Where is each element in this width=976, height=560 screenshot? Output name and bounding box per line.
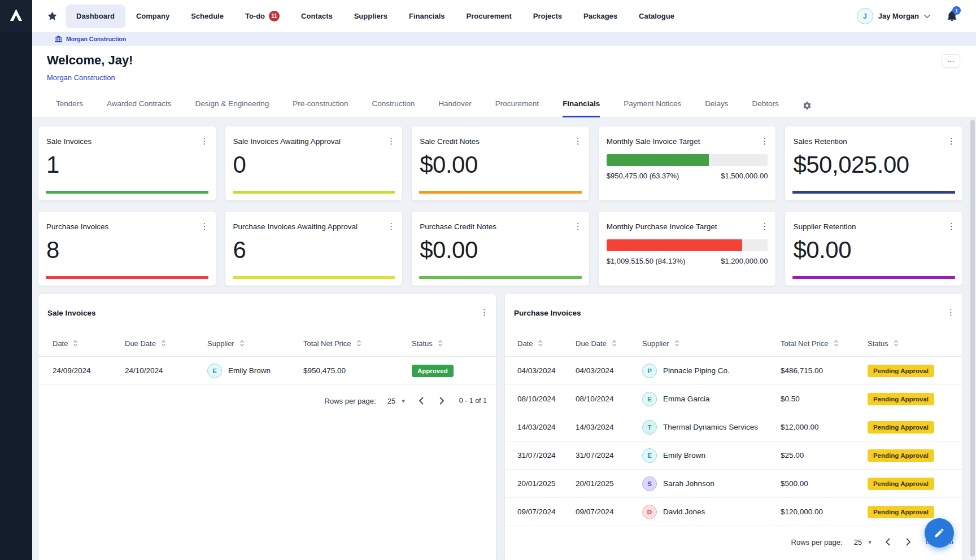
kebab-menu-icon[interactable]: ⋮ bbox=[760, 222, 769, 231]
rows-per-page-select[interactable]: 25 ▾ bbox=[387, 397, 405, 405]
column-header-supplier[interactable]: Supplier bbox=[207, 339, 303, 348]
status-badge: Pending Approval bbox=[868, 478, 934, 490]
column-header-supplier[interactable]: Supplier bbox=[642, 339, 781, 348]
table-row[interactable]: 31/07/2024 31/07/2024 E Emily Brown $25.… bbox=[505, 441, 962, 470]
nav-item-packages[interactable]: Packages bbox=[573, 5, 628, 28]
progress-target-label: $1,500,000.00 bbox=[721, 172, 768, 180]
prev-page-button[interactable] bbox=[883, 536, 892, 548]
tab-construction[interactable]: Construction bbox=[372, 99, 415, 117]
nav-item-contacts[interactable]: Contacts bbox=[290, 5, 343, 28]
favorites-star-icon[interactable] bbox=[47, 11, 58, 21]
create-fab-button[interactable] bbox=[925, 518, 954, 548]
tab-design-engineering[interactable]: Design & Engineering bbox=[195, 99, 269, 117]
column-header-status[interactable]: Status bbox=[412, 339, 487, 348]
nav-item-schedule[interactable]: Schedule bbox=[180, 5, 234, 28]
table-row[interactable]: 24/09/2024 24/10/2024 E Emily Brown $950… bbox=[38, 357, 496, 385]
cell-date: 04/03/2024 bbox=[517, 366, 576, 375]
breadcrumb: Morgan Construction bbox=[32, 32, 976, 46]
kebab-menu-icon[interactable]: ⋮ bbox=[387, 222, 395, 231]
kebab-menu-icon[interactable]: ⋮ bbox=[947, 308, 955, 317]
tab-financials[interactable]: Financials bbox=[563, 99, 600, 117]
cell-due-date: 14/03/2024 bbox=[576, 423, 642, 431]
cell-due-date: 24/10/2024 bbox=[125, 366, 207, 375]
column-header-date[interactable]: Date bbox=[517, 339, 576, 348]
next-page-button[interactable] bbox=[437, 395, 447, 407]
tab-debtors[interactable]: Debtors bbox=[752, 99, 778, 117]
table-row[interactable]: 20/01/2025 20/01/2025 S Sarah Johnson $5… bbox=[505, 470, 962, 498]
tab-tenders[interactable]: Tenders bbox=[56, 99, 83, 117]
kpi-card-sale-invoices: Sale Invoices⋮ 1 bbox=[38, 126, 216, 200]
tab-delays[interactable]: Delays bbox=[705, 99, 728, 117]
status-badge: Pending Approval bbox=[868, 449, 934, 462]
pencil-icon bbox=[934, 527, 945, 539]
nav-item-procurement[interactable]: Procurement bbox=[456, 5, 522, 28]
kpi-grid: Sale Invoices⋮ 1 Sale Invoices Awaiting … bbox=[38, 126, 962, 286]
column-header-due-date[interactable]: Due Date bbox=[576, 339, 642, 348]
nav-item-todo[interactable]: To-do 11 bbox=[234, 5, 290, 28]
kebab-menu-icon[interactable]: ⋮ bbox=[387, 137, 395, 146]
cell-date: 09/07/2024 bbox=[517, 508, 576, 516]
cell-total-net-price: $950,475.00 bbox=[303, 366, 412, 375]
rows-per-page-select[interactable]: 25 ▾ bbox=[854, 538, 872, 546]
column-header-total-net-price[interactable]: Total Net Price bbox=[781, 339, 868, 348]
kpi-title: Purchase Credit Notes bbox=[420, 222, 496, 231]
cell-due-date: 04/03/2024 bbox=[576, 366, 642, 375]
table-row[interactable]: 08/10/2024 08/10/2024 E Emma Garcia $0.5… bbox=[505, 385, 962, 413]
nav-item-catalogue[interactable]: Catalogue bbox=[628, 5, 685, 28]
column-header-date[interactable]: Date bbox=[53, 339, 125, 348]
supplier-name: Sarah Johnson bbox=[663, 479, 714, 488]
tab-pre-construction[interactable]: Pre-construction bbox=[293, 99, 348, 117]
tab-awarded-contracts[interactable]: Awarded Contracts bbox=[107, 99, 172, 117]
table-row[interactable]: 04/03/2024 04/03/2024 P Pinnacle Piping … bbox=[505, 357, 962, 385]
page-scrollbar[interactable] bbox=[970, 120, 975, 557]
next-page-button[interactable] bbox=[904, 536, 913, 548]
tab-procurement[interactable]: Procurement bbox=[495, 99, 539, 117]
kebab-menu-icon[interactable]: ⋮ bbox=[947, 222, 956, 231]
sort-icon bbox=[239, 339, 245, 347]
sidebar bbox=[0, 0, 32, 560]
cell-supplier: E Emily Brown bbox=[207, 364, 303, 378]
kpi-value: 8 bbox=[46, 238, 208, 262]
notification-count-badge: 1 bbox=[952, 6, 961, 15]
progress-current-label: $1,009,515.50 (84.13%) bbox=[607, 257, 686, 265]
user-menu[interactable]: J Jay Morgan bbox=[857, 8, 930, 24]
purchase-invoices-table-card: Purchase Invoices ⋮ Date Due Date Suppli… bbox=[505, 294, 962, 560]
status-badge: Pending Approval bbox=[868, 365, 934, 377]
nav-item-suppliers[interactable]: Suppliers bbox=[343, 5, 398, 28]
column-header-status[interactable]: Status bbox=[868, 339, 953, 348]
header-more-button[interactable]: ⋯ bbox=[942, 54, 960, 68]
table-row[interactable]: 14/03/2024 14/03/2024 T Thermal Dynamics… bbox=[505, 413, 962, 441]
sale-invoices-table-card: Sale Invoices ⋮ Date Due Date Supplier T… bbox=[38, 294, 496, 560]
nav-item-financials[interactable]: Financials bbox=[398, 5, 456, 28]
table-row[interactable]: 09/07/2024 09/07/2024 D David Jones $120… bbox=[505, 498, 962, 526]
nav-item-projects[interactable]: Projects bbox=[522, 5, 573, 28]
tabs-settings-gear-icon[interactable] bbox=[803, 101, 812, 117]
company-link[interactable]: Morgan Construction bbox=[47, 73, 115, 82]
progress-fill bbox=[607, 154, 709, 166]
caret-down-icon: ▾ bbox=[868, 539, 872, 546]
kpi-accent-bar bbox=[792, 191, 955, 194]
column-header-due-date[interactable]: Due Date bbox=[125, 339, 207, 348]
pagination-range: 0 - 1 of 1 bbox=[459, 397, 487, 405]
status-badge: Approved bbox=[412, 365, 454, 377]
kebab-menu-icon[interactable]: ⋮ bbox=[574, 222, 582, 231]
kpi-accent-bar bbox=[419, 276, 582, 279]
kebab-menu-icon[interactable]: ⋮ bbox=[201, 222, 209, 231]
app-logo[interactable] bbox=[0, 0, 32, 32]
column-header-total-net-price[interactable]: Total Net Price bbox=[303, 339, 412, 348]
tab-handover[interactable]: Handover bbox=[438, 99, 472, 117]
kebab-menu-icon[interactable]: ⋮ bbox=[947, 137, 956, 146]
column-label: Total Net Price bbox=[781, 339, 829, 348]
kebab-menu-icon[interactable]: ⋮ bbox=[480, 308, 489, 317]
kebab-menu-icon[interactable]: ⋮ bbox=[201, 137, 209, 146]
kebab-menu-icon[interactable]: ⋮ bbox=[574, 137, 582, 146]
nav-item-company[interactable]: Company bbox=[125, 5, 180, 28]
notifications-button[interactable]: 1 bbox=[946, 10, 958, 23]
avatar: J bbox=[857, 8, 873, 24]
tab-payment-notices[interactable]: Payment Notices bbox=[624, 99, 681, 117]
kebab-menu-icon[interactable]: ⋮ bbox=[760, 137, 769, 146]
breadcrumb-company-link[interactable]: Morgan Construction bbox=[66, 36, 126, 42]
table-header-row: Date Due Date Supplier Total Net Price S… bbox=[38, 330, 496, 357]
prev-page-button[interactable] bbox=[416, 395, 426, 407]
nav-item-dashboard[interactable]: Dashboard bbox=[66, 5, 125, 28]
